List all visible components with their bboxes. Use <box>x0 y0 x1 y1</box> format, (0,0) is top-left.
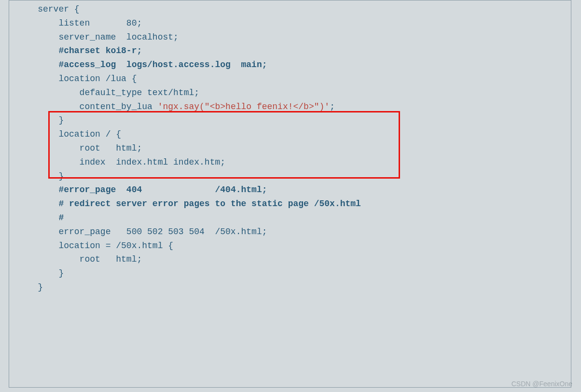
code-line: default_type text/html; <box>9 86 571 100</box>
code-line: #error_page 404 /404.html; <box>9 183 571 197</box>
code-line: location / { <box>9 127 571 141</box>
code-line: content_by_lua 'ngx.say("<b>hello feenix… <box>9 100 571 114</box>
code-line: #charset koi8-r; <box>9 44 571 58</box>
comment-text: # <box>58 213 64 223</box>
code-line: } <box>9 113 571 127</box>
code-line: index index.html index.htm; <box>9 155 571 169</box>
code-line: # <box>9 211 571 225</box>
string-literal: 'ngx.say("<b>hello feenix!</b>")' <box>158 102 330 112</box>
code-line: } <box>9 169 571 183</box>
comment-text: #error_page 404 /404.html; <box>58 185 267 195</box>
comment-text: # redirect server error pages to the sta… <box>58 199 361 209</box>
code-line: # redirect server error pages to the sta… <box>9 197 571 211</box>
code-block: server { listen 80; server_name localhos… <box>9 0 571 388</box>
watermark-text: CSDN @FeenixOne <box>512 378 572 389</box>
code-line: location /lua { <box>9 72 571 86</box>
code-line: } <box>9 280 571 294</box>
code-line: root html; <box>9 252 571 266</box>
comment-text: #charset koi8-r; <box>58 46 142 56</box>
code-line: location = /50x.html { <box>9 239 571 253</box>
code-line: error_page 500 502 503 504 /50x.html; <box>9 225 571 239</box>
code-line: server { <box>9 2 571 16</box>
code-line: } <box>9 266 571 280</box>
code-line: root html; <box>9 141 571 155</box>
code-line: #access_log logs/host.access.log main; <box>9 58 571 72</box>
code-line: listen 80; <box>9 16 571 30</box>
comment-text: #access_log logs/host.access.log main; <box>58 60 267 70</box>
code-line: server_name localhost; <box>9 30 571 44</box>
